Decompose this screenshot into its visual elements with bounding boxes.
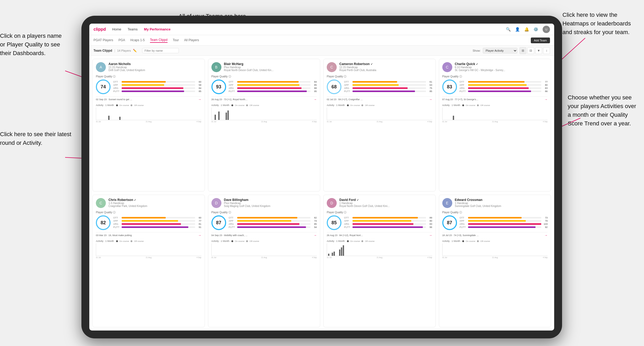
stat-bar-container: [352, 226, 426, 228]
quality-circle[interactable]: 85: [327, 215, 341, 230]
nav-teams[interactable]: Teams: [128, 27, 138, 31]
player-name[interactable]: David Ford ✓: [339, 198, 432, 202]
tab-pga[interactable]: PGA: [118, 38, 125, 42]
player-card[interactable]: D David Ford ✓ 1 Handicap Royal North De…: [323, 195, 436, 327]
quality-circle[interactable]: 87: [211, 215, 226, 230]
ipad-screen: clippd Home Teams My Performance 🔍 👤 🔔 ⚙…: [89, 24, 554, 331]
player-card[interactable]: B Blair McHarg Plus Handicap Royal North…: [208, 59, 320, 191]
nav-my-performance[interactable]: My Performance: [144, 27, 170, 31]
quality-circle[interactable]: 68: [327, 79, 341, 94]
player-club: Soig Maging Golf Club, United Kingdom: [224, 205, 317, 207]
stats-table: OTT 82 APP 74 ARG 85 PUTT 9: [229, 216, 317, 229]
stat-bar: [122, 226, 188, 228]
add-team-button[interactable]: Add Team: [531, 38, 550, 43]
stat-row: OTT 89: [344, 216, 432, 219]
latest-round[interactable]: 18 Jul 23 · 74 (+3), Sunningdale GC - Ol…: [442, 232, 548, 238]
latest-round-arrow[interactable]: →: [429, 98, 432, 101]
filter-input[interactable]: [142, 48, 179, 53]
quality-circle[interactable]: 82: [96, 215, 111, 230]
stat-bar: [122, 223, 181, 225]
edit-icon[interactable]: ✏️: [133, 49, 137, 52]
latest-round-arrow[interactable]: →: [544, 98, 548, 101]
stat-name: PUTT: [460, 90, 467, 93]
latest-round[interactable]: 02 Jul 23 · 59 (+17), Craigmillar Park G…: [327, 96, 432, 102]
chart-bars: [327, 108, 432, 120]
stat-row: OTT 60: [113, 81, 201, 83]
player-card[interactable]: C Charlie Quick ✓ 6:10 Handicap St. Geor…: [439, 59, 551, 191]
activity-header: Activity · 1 Month On course Off course: [96, 104, 201, 107]
stat-bar: [122, 91, 184, 92]
stat-bar-container: [237, 81, 311, 83]
stat-bar: [468, 217, 522, 219]
player-info: Chris Robertson ✓ 1-5 Handicap Craigmill…: [108, 198, 201, 207]
tab-pgat-players[interactable]: PGAT Players: [94, 38, 113, 42]
player-name[interactable]: Blair McHarg: [224, 62, 317, 66]
latest-round-arrow[interactable]: →: [544, 233, 548, 237]
latest-round[interactable]: 26 Aug 23 · 73 (+1), Royal North Devon G…: [211, 96, 317, 102]
player-name[interactable]: Aaron Nicholls: [108, 62, 201, 66]
bell-icon[interactable]: 🔔: [524, 27, 529, 32]
avatar[interactable]: U: [543, 26, 550, 33]
latest-round-arrow[interactable]: →: [314, 98, 317, 101]
activity-header: Activity · 1 Month On course Off course: [327, 104, 432, 107]
card-header: E Edward Crossman 1 Handicap Sunningdale…: [442, 198, 548, 208]
stat-bar: [237, 217, 297, 219]
latest-round-arrow[interactable]: →: [314, 233, 317, 237]
player-card[interactable]: C Cameron Robertson ✓ 11:15 Handicap Roy…: [323, 59, 436, 191]
team-title: Team Clippd: [94, 49, 112, 52]
stat-row: APP 74: [229, 220, 317, 222]
stat-bar: [237, 87, 302, 89]
stat-value: 89: [427, 216, 432, 219]
tab-hcaps[interactable]: Hcaps 1-5: [130, 38, 145, 42]
chart-bars: [96, 108, 201, 120]
tab-all-players[interactable]: All Players: [184, 38, 199, 42]
tab-team-clippd[interactable]: Team Clippd: [150, 38, 168, 43]
latest-round[interactable]: 26 Aug 23 · 84 (+12), Royal North Devon …: [327, 232, 432, 238]
player-info: Charlie Quick ✓ 6:10 Handicap St. George…: [455, 62, 548, 72]
grid-small-view-button[interactable]: ⊟: [527, 47, 534, 54]
on-course-legend-dot: [462, 240, 464, 242]
player-handicap: 11:15 Handicap: [339, 66, 432, 69]
grid-large-view-button[interactable]: ⊞: [520, 47, 526, 54]
latest-round-arrow[interactable]: →: [198, 233, 201, 237]
quality-circle[interactable]: 87: [442, 215, 457, 230]
player-club: Craigmillar Park, United Kingdom: [108, 205, 201, 207]
latest-round[interactable]: 02 Sep 23 · Sunset round to get back int…: [96, 96, 201, 102]
on-course-legend-dot: [462, 104, 464, 106]
stat-bar: [352, 84, 399, 86]
stat-value: 84: [196, 87, 201, 89]
player-card[interactable]: D Dave Billingham Plus Handicap Soig Mag…: [208, 195, 320, 327]
search-icon[interactable]: 🔍: [506, 27, 511, 32]
off-course-legend-text: Off course: [365, 104, 375, 107]
player-card[interactable]: A Aaron Nicholls 11:15 Handicap Drift Go…: [92, 59, 205, 191]
nav-home[interactable]: Home: [112, 27, 121, 31]
player-name[interactable]: Cameron Robertson ✓: [339, 62, 432, 66]
chart-bars: [96, 243, 201, 256]
filter-button[interactable]: ▼: [535, 47, 542, 54]
player-card[interactable]: C Chris Robertson ✓ 1-5 Handicap Craigmi…: [92, 195, 205, 327]
player-name[interactable]: Charlie Quick ✓: [455, 62, 548, 66]
sort-button[interactable]: ↕: [543, 47, 550, 54]
quality-circle[interactable]: 93: [211, 79, 226, 94]
settings-icon[interactable]: ⚙️: [533, 27, 538, 32]
latest-round[interactable]: 04 Sep 23 · Mobility with coach, Gym →: [211, 232, 317, 238]
latest-round-arrow[interactable]: →: [429, 233, 432, 237]
stat-bar: [468, 223, 542, 225]
latest-round[interactable]: 03 Mar 23 · 19, Must make putting →: [96, 232, 201, 238]
latest-round-arrow[interactable]: →: [198, 98, 201, 101]
player-card[interactable]: E Edward Crossman 1 Handicap Sunningdale…: [439, 195, 551, 327]
stat-bar-container: [468, 220, 542, 222]
latest-round[interactable]: 07 Aug 23 · 77 (+7), St George's Hill GC…: [442, 96, 548, 102]
stat-name: PUTT: [344, 226, 351, 228]
stat-name: OTT: [344, 81, 351, 83]
quality-circle[interactable]: 74: [96, 79, 111, 94]
on-course-legend-text: On course: [235, 104, 245, 107]
stat-row: ARG 83: [460, 87, 548, 89]
tab-tour[interactable]: Tour: [173, 38, 179, 42]
quality-circle[interactable]: 83: [442, 79, 457, 94]
player-name[interactable]: Dave Billingham: [224, 198, 317, 202]
show-select[interactable]: Player Activity Quality Score Trend: [483, 48, 517, 54]
player-name[interactable]: Chris Robertson ✓: [108, 198, 201, 202]
user-icon[interactable]: 👤: [515, 27, 520, 32]
player-name[interactable]: Edward Crossman: [455, 198, 548, 202]
